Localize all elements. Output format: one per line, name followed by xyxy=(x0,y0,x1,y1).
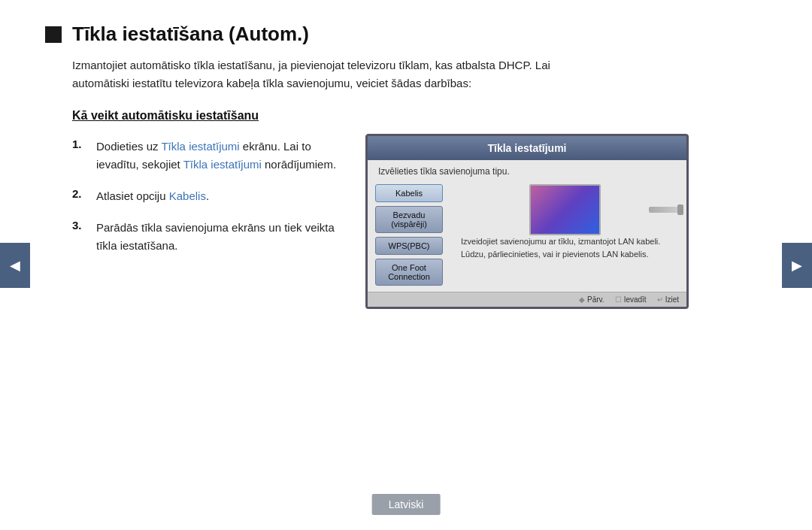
steps-and-image: 1. Dodieties uz Tīkla iestatījumi ekrānu… xyxy=(72,138,752,309)
intro-text: Izmantojiet automātisko tīkla iestatīšan… xyxy=(72,56,598,92)
main-content: Tīkla iestatīšana (Autom.) Izmantojiet a… xyxy=(0,0,812,530)
tv-subtitle: Izvēlieties tīkla savienojuma tipu. xyxy=(368,160,686,181)
nav-arrow-left[interactable]: ◀ xyxy=(0,243,30,288)
tv-buttons: Kabelis Bezvadu(vispārēji) WPS(PBC) One … xyxy=(375,184,443,286)
step-1: 1. Dodieties uz Tīkla iestatījumi ekrānu… xyxy=(72,138,343,174)
step-1-text: Dodieties uz Tīkla iestatījumi ekrānu. L… xyxy=(96,138,343,174)
tv-body: Izvēlieties tīkla savienojuma tipu. Kabe… xyxy=(368,160,686,307)
iziet-label: Iziet xyxy=(665,295,679,304)
tv-btn-kabelis[interactable]: Kabelis xyxy=(375,184,443,202)
page-container: ◀ ▶ Tīkla iestatīšana (Autom.) Izmantoji… xyxy=(0,0,812,530)
left-arrow-icon: ◀ xyxy=(10,257,20,274)
section-title-row: Tīkla iestatīšana (Autom.) xyxy=(45,23,752,46)
tv-titlebar: Tīkla iestatījumi xyxy=(368,136,686,160)
tv-description: Izveidojiet savienojumu ar tīklu, izmant… xyxy=(450,235,679,286)
tv-btn-wps[interactable]: WPS(PBC) xyxy=(375,237,443,255)
tv-right-panel: Izveidojiet savienojumu ar tīklu, izmant… xyxy=(450,184,679,286)
step-2-link: Kabelis xyxy=(169,189,206,202)
step-1-number: 1. xyxy=(72,138,87,150)
tv-cable xyxy=(649,207,679,213)
tv-footer-item-iziet: ↵ Iziet xyxy=(657,295,679,304)
sub-title: Kā veikt automātisku iestatīšanu xyxy=(72,109,752,123)
tv-image-area xyxy=(450,184,679,235)
tv-description-text: Izveidojiet savienojumu ar tīklu, izmant… xyxy=(461,235,671,260)
nav-arrow-right[interactable]: ▶ xyxy=(782,243,812,288)
tv-screen: Tīkla iestatījumi Izvēlieties tīkla savi… xyxy=(365,134,689,309)
tv-btn-onefoot[interactable]: One FootConnection xyxy=(375,259,443,286)
step-3: 3. Parādās tīkla savienojuma ekrāns un t… xyxy=(72,219,343,255)
step-2-number: 2. xyxy=(72,187,87,200)
iziet-icon: ↵ xyxy=(657,295,663,304)
parv-icon: ◆ xyxy=(579,295,585,304)
section-bullet xyxy=(45,26,62,43)
tv-btn-bezvadu[interactable]: Bezvadu(vispārēji) xyxy=(375,206,443,233)
tv-thumbnail xyxy=(529,184,601,235)
tv-cable-icon xyxy=(649,207,679,213)
tv-footer: ◆ Pārv. ☐ Ievadīt ↵ Iziet xyxy=(368,292,686,307)
ievadīt-icon: ☐ xyxy=(615,295,622,304)
step-2-text: Atlasiet opciju Kabelis. xyxy=(96,187,209,205)
step-3-text: Parādās tīkla savienojuma ekrāns un tiek… xyxy=(96,219,343,255)
tv-main-area: Kabelis Bezvadu(vispārēji) WPS(PBC) One … xyxy=(368,181,686,292)
tv-center-row xyxy=(450,184,679,235)
step-3-number: 3. xyxy=(72,219,87,232)
tv-footer-item-ievadīt: ☐ Ievadīt xyxy=(615,295,647,304)
steps-list: 1. Dodieties uz Tīkla iestatījumi ekrānu… xyxy=(72,138,343,309)
tv-title: Tīkla iestatījumi xyxy=(487,142,566,154)
right-arrow-icon: ▶ xyxy=(792,257,802,274)
page-title: Tīkla iestatīšana (Autom.) xyxy=(72,23,309,46)
parv-label: Pārv. xyxy=(587,295,604,304)
tv-footer-item-parv: ◆ Pārv. xyxy=(579,295,604,304)
language-button[interactable]: Latviski xyxy=(372,494,441,515)
language-bar: Latviski xyxy=(372,494,441,515)
step-1-link2: Tīkla iestatījumi xyxy=(183,158,262,171)
step-1-link1: Tīkla iestatījumi xyxy=(161,140,239,153)
ievadīt-label: Ievadīt xyxy=(624,295,647,304)
step-2: 2. Atlasiet opciju Kabelis. xyxy=(72,187,343,205)
